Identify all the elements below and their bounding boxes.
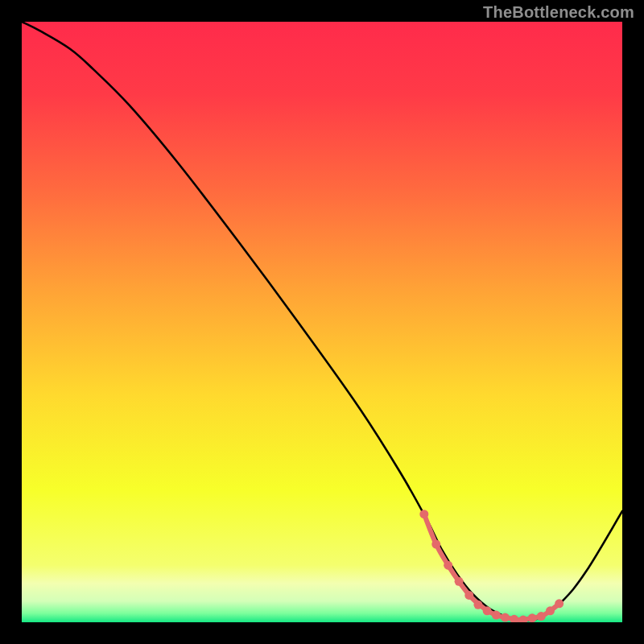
highlight-dot <box>492 611 501 620</box>
highlight-dot <box>444 561 452 570</box>
highlight-dot <box>537 612 546 621</box>
highlight-dot <box>528 613 537 622</box>
highlight-dot <box>483 606 492 615</box>
attribution-text: TheBottleneck.com <box>483 3 634 22</box>
bottleneck-chart <box>22 22 622 622</box>
highlight-dot <box>455 577 464 586</box>
highlight-dot <box>464 591 473 600</box>
highlight-dot <box>555 599 564 608</box>
highlight-dot <box>473 601 482 609</box>
highlight-dot <box>431 540 440 549</box>
chart-stage: TheBottleneck.com <box>0 0 644 644</box>
highlight-dot <box>501 613 510 622</box>
highlight-dot <box>546 606 555 615</box>
highlight-dot <box>419 510 428 518</box>
gradient-background <box>22 22 622 622</box>
